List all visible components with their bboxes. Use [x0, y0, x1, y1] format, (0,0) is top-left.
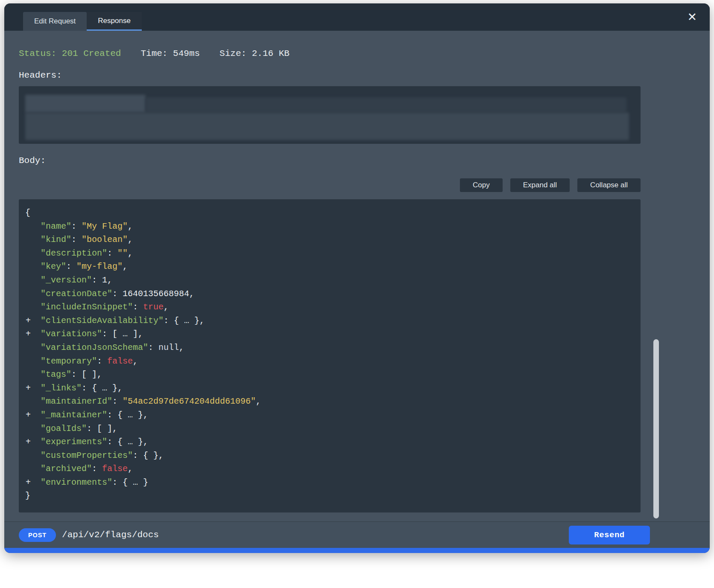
json-comma: , — [123, 262, 128, 271]
json-line: "_version": 1, — [25, 274, 636, 287]
headers-redacted-block — [25, 95, 146, 113]
json-colon: : — [112, 477, 123, 487]
json-line: "tags": [ ], — [25, 368, 636, 381]
collapse-all-button[interactable]: Collapse all — [577, 178, 641, 192]
json-comma: , — [179, 343, 184, 352]
json-value: false — [107, 356, 133, 366]
json-value: "my-flag" — [76, 262, 123, 271]
json-colon: : — [102, 329, 112, 339]
json-value: { … } — [117, 437, 143, 447]
json-line-content: "experiments": { … }, — [41, 435, 148, 449]
resend-button[interactable]: Resend — [569, 526, 650, 544]
expand-toggle-icon[interactable]: + — [26, 435, 31, 449]
json-key: "experiments" — [41, 437, 107, 447]
json-key: "maintainerId" — [41, 396, 112, 406]
json-value: "54ac2d97de674204ddd61096" — [123, 396, 256, 406]
json-key: "kind" — [41, 235, 71, 245]
json-line: "description": "", — [25, 247, 636, 260]
body-toolbar: Copy Expand all Collapse all — [19, 178, 641, 192]
json-comma: , — [128, 235, 133, 245]
json-comma: , — [128, 464, 133, 474]
response-modal: Edit Request Response ✕ Status: 201 Crea… — [4, 3, 710, 553]
json-key: "description" — [41, 248, 107, 258]
json-line: "name": "My Flag", — [25, 220, 636, 233]
size-value: 2.16 KB — [252, 49, 290, 58]
json-line-content: "name": "My Flag", — [41, 220, 133, 233]
json-comma: , — [107, 275, 112, 285]
json-colon: : — [71, 235, 82, 245]
json-line: { — [25, 206, 636, 220]
json-key: "archived" — [41, 464, 92, 474]
size-segment: Size: 2.16 KB — [219, 49, 290, 58]
json-line: +"_maintainer": { … }, — [25, 408, 636, 422]
json-line-content: "temporary": false, — [41, 355, 138, 368]
json-line: "variationJsonSchema": null, — [25, 341, 636, 355]
json-colon: : — [133, 451, 143, 460]
request-footer: POST /api/v2/flags/docs Resend — [4, 521, 710, 548]
response-body-json: {"name": "My Flag","kind": "boolean","de… — [19, 199, 641, 512]
request-path: /api/v2/flags/docs — [62, 530, 159, 540]
tab-response[interactable]: Response — [87, 12, 142, 31]
json-key: "_version" — [41, 275, 92, 285]
json-value: false — [102, 464, 128, 474]
headers-redacted-block — [25, 113, 629, 140]
json-line-content: "includeInSnippet": true, — [41, 300, 169, 314]
vertical-scrollbar[interactable] — [653, 339, 659, 518]
json-value: 1640135668984 — [123, 289, 189, 299]
json-line-content: "maintainerId": "54ac2d97de674204ddd6109… — [41, 395, 261, 408]
json-colon: : — [97, 356, 107, 366]
expand-toggle-icon[interactable]: + — [26, 476, 31, 489]
json-comma: , — [117, 383, 123, 393]
json-value: true — [143, 302, 164, 312]
copy-button[interactable]: Copy — [460, 178, 503, 192]
json-line-content: "key": "my-flag", — [41, 260, 128, 274]
json-colon: : — [112, 396, 123, 406]
json-comma: , — [128, 248, 133, 258]
json-line: +"experiments": { … }, — [25, 435, 636, 449]
json-value: { … } — [117, 410, 143, 420]
expand-toggle-icon[interactable]: + — [26, 327, 31, 341]
json-key: "tags" — [41, 370, 71, 379]
json-value: [ … ] — [112, 329, 138, 339]
json-value: { … } — [123, 477, 148, 487]
json-colon: : — [87, 424, 97, 434]
json-line-content: "variationJsonSchema": null, — [41, 341, 184, 355]
json-key: "_links" — [41, 383, 82, 393]
json-colon: : — [133, 302, 143, 312]
response-content: Status: 201 Created Time: 549ms Size: 2.… — [4, 31, 710, 521]
expand-toggle-icon[interactable]: + — [26, 381, 31, 395]
size-label: Size: — [219, 49, 246, 58]
json-value: { } — [143, 451, 158, 460]
json-value: [ ] — [97, 424, 112, 434]
json-line-content: "goalIds": [ ], — [41, 422, 117, 436]
http-method-badge: POST — [19, 528, 56, 542]
time-segment: Time: 549ms — [140, 49, 200, 58]
json-line: "includeInSnippet": true, — [25, 300, 636, 314]
expand-toggle-icon[interactable]: + — [26, 314, 31, 328]
json-line: "maintainerId": "54ac2d97de674204ddd6109… — [25, 395, 636, 408]
json-value: 1 — [102, 275, 107, 285]
json-comma: , — [256, 396, 261, 406]
json-key: "name" — [41, 221, 71, 231]
status-segment: Status: 201 Created — [19, 49, 121, 58]
json-line: "temporary": false, — [25, 355, 636, 368]
modal-top-bar: Edit Request Response ✕ — [4, 3, 710, 31]
json-line-content: "description": "", — [41, 247, 133, 260]
json-comma: , — [133, 356, 138, 366]
json-value: "My Flag" — [82, 221, 128, 231]
expand-toggle-icon[interactable]: + — [26, 408, 31, 422]
json-colon: : — [71, 221, 82, 231]
json-colon: : — [112, 289, 123, 299]
json-comma: , — [112, 424, 117, 434]
status-label: Status: — [19, 49, 56, 58]
tab-edit-request[interactable]: Edit Request — [23, 12, 87, 31]
json-value: "boolean" — [82, 235, 128, 245]
json-key: "goalIds" — [41, 424, 87, 434]
close-button[interactable]: ✕ — [687, 12, 697, 23]
json-comma: , — [97, 370, 102, 379]
json-line-content: "tags": [ ], — [41, 368, 102, 381]
json-key: "_maintainer" — [41, 410, 107, 420]
json-colon: : — [82, 383, 92, 393]
expand-all-button[interactable]: Expand all — [510, 178, 570, 192]
modal-bottom-accent — [4, 548, 710, 553]
